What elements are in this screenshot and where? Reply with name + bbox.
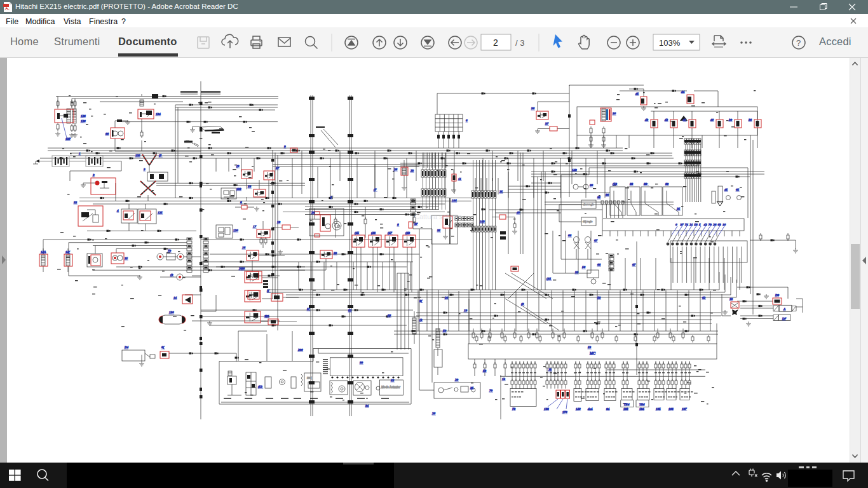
svg-text:107: 107 bbox=[682, 407, 687, 410]
svg-text:4: 4 bbox=[117, 209, 119, 212]
svg-text:16: 16 bbox=[242, 246, 246, 249]
svg-text:A: A bbox=[783, 308, 786, 311]
svg-text:Cattura scherm: Cattura scherm bbox=[414, 213, 462, 220]
svg-text:/ 3: / 3 bbox=[515, 38, 524, 48]
svg-text:36: 36 bbox=[531, 107, 535, 110]
svg-text:89: 89 bbox=[665, 182, 669, 186]
svg-text:126: 126 bbox=[81, 114, 86, 118]
svg-text:TEd: TEd bbox=[624, 403, 630, 406]
svg-text:1: 1 bbox=[79, 152, 81, 155]
svg-text:78: 78 bbox=[512, 407, 516, 410]
svg-text:32: 32 bbox=[74, 201, 78, 204]
svg-text:149: 149 bbox=[572, 168, 577, 172]
svg-text:132: 132 bbox=[236, 187, 241, 191]
svg-text:52: 52 bbox=[348, 309, 352, 312]
svg-text:106: 106 bbox=[668, 407, 674, 410]
svg-text:2: 2 bbox=[93, 173, 95, 177]
svg-text:33: 33 bbox=[575, 271, 579, 274]
svg-text:D9: D9 bbox=[775, 294, 780, 297]
svg-text:65: 65 bbox=[736, 188, 740, 191]
svg-text:56: 56 bbox=[582, 266, 586, 269]
svg-text:(5: (5 bbox=[159, 154, 162, 157]
svg-text:9: 9 bbox=[284, 145, 286, 148]
svg-text:26: 26 bbox=[713, 223, 717, 226]
svg-text:130: 130 bbox=[169, 311, 174, 314]
svg-text:26: 26 bbox=[394, 168, 398, 171]
svg-text:56: 56 bbox=[388, 314, 391, 317]
svg-text:38: 38 bbox=[749, 118, 752, 121]
svg-text:67: 67 bbox=[594, 239, 598, 242]
svg-text:39: 39 bbox=[729, 118, 733, 121]
svg-text:56: 56 bbox=[597, 296, 601, 299]
svg-text:37: 37 bbox=[545, 122, 549, 125]
svg-text:(46: (46 bbox=[371, 231, 376, 234]
svg-text:62: 62 bbox=[702, 296, 706, 299]
svg-text:8: 8 bbox=[397, 223, 399, 226]
svg-text:25: 25 bbox=[499, 190, 503, 193]
svg-text:41: 41 bbox=[683, 118, 686, 121]
svg-text:67: 67 bbox=[632, 263, 636, 266]
svg-text:200(: 200( bbox=[307, 377, 312, 379]
svg-text:88-: 88- bbox=[644, 182, 648, 186]
svg-text:14A: 14A bbox=[41, 250, 46, 254]
svg-text:alter regle: alter regle bbox=[583, 203, 595, 206]
svg-text:44: 44 bbox=[681, 90, 685, 93]
svg-text:40: 40 bbox=[517, 211, 520, 214]
svg-text:79: 79 bbox=[168, 249, 172, 252]
svg-text:103%: 103% bbox=[659, 38, 681, 48]
svg-text:200: 200 bbox=[298, 348, 303, 351]
svg-text:6(: 6( bbox=[161, 346, 165, 349]
svg-text:1k: 1k bbox=[502, 377, 506, 381]
svg-text:66: 66 bbox=[597, 263, 601, 266]
svg-text:88: 88 bbox=[630, 182, 634, 186]
svg-text:193: 193 bbox=[623, 407, 628, 410]
svg-text:134: 134 bbox=[156, 112, 161, 116]
svg-text:60: 60 bbox=[590, 184, 593, 187]
svg-text:Mode Actuator: Mode Actuator bbox=[381, 386, 400, 389]
svg-text:42: 42 bbox=[665, 118, 668, 121]
svg-text:45: 45 bbox=[724, 188, 728, 191]
svg-text:50: 50 bbox=[443, 329, 447, 332]
svg-text:43: 43 bbox=[645, 118, 649, 121]
svg-text:86: 86 bbox=[606, 193, 609, 196]
svg-text:194: 194 bbox=[639, 407, 644, 410]
svg-text:26: 26 bbox=[311, 211, 315, 214]
svg-text:TEd: TEd bbox=[639, 403, 645, 406]
svg-text:63: 63 bbox=[718, 223, 722, 226]
svg-text:74: 74 bbox=[685, 223, 689, 226]
svg-text:58: 58 bbox=[695, 223, 698, 226]
svg-text:(58: (58 bbox=[613, 182, 617, 186]
svg-text:19: 19 bbox=[277, 220, 281, 224]
svg-text:144: 144 bbox=[452, 199, 457, 202]
svg-text:(0: (0 bbox=[236, 165, 240, 168]
svg-text:2k: 2k bbox=[548, 368, 552, 371]
svg-text:15: 15 bbox=[125, 257, 128, 260]
svg-text:(9: (9 bbox=[170, 273, 173, 276]
svg-text:0: 0 bbox=[675, 223, 677, 226]
svg-text:99: 99 bbox=[360, 361, 363, 364]
svg-text:(48: (48 bbox=[405, 231, 410, 234]
svg-text:6: 6 bbox=[466, 119, 468, 122]
svg-text:MC: MC bbox=[589, 351, 596, 355]
svg-text:13F: 13F bbox=[65, 137, 71, 140]
svg-text:10: 10 bbox=[722, 223, 726, 226]
svg-text:53: 53 bbox=[588, 346, 592, 349]
svg-text:((: (( bbox=[267, 289, 269, 292]
svg-text:131: 131 bbox=[264, 315, 269, 318]
svg-text:(2: (2 bbox=[419, 318, 423, 322]
svg-text:25: 25 bbox=[677, 207, 681, 210]
svg-text:(7: (7 bbox=[374, 188, 377, 191]
svg-text:125: 125 bbox=[158, 211, 163, 214]
svg-text:34: 34 bbox=[365, 404, 369, 407]
svg-text:98: 98 bbox=[105, 132, 109, 135]
svg-text:42: 42 bbox=[703, 223, 707, 226]
svg-text:30: 30 bbox=[613, 112, 616, 115]
svg-text:52: 52 bbox=[391, 379, 395, 382]
svg-text:125: 125 bbox=[135, 154, 140, 157]
svg-text:140: 140 bbox=[576, 407, 581, 410]
svg-text:(45: (45 bbox=[355, 231, 359, 234]
svg-text:85: 85 bbox=[597, 196, 601, 199]
svg-text:5(: 5( bbox=[307, 308, 310, 311]
svg-text:(44: (44 bbox=[546, 277, 551, 280]
svg-text:11: 11 bbox=[458, 177, 461, 180]
